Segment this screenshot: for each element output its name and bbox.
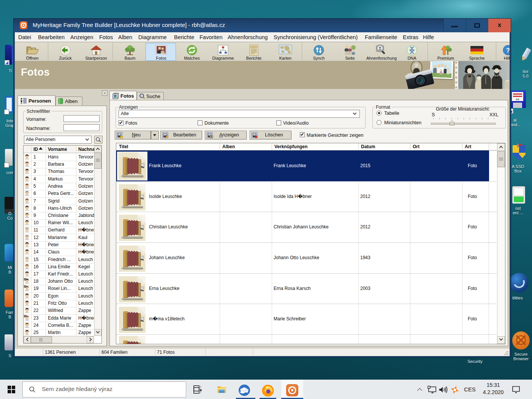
svg-text:?: ? xyxy=(506,47,510,54)
